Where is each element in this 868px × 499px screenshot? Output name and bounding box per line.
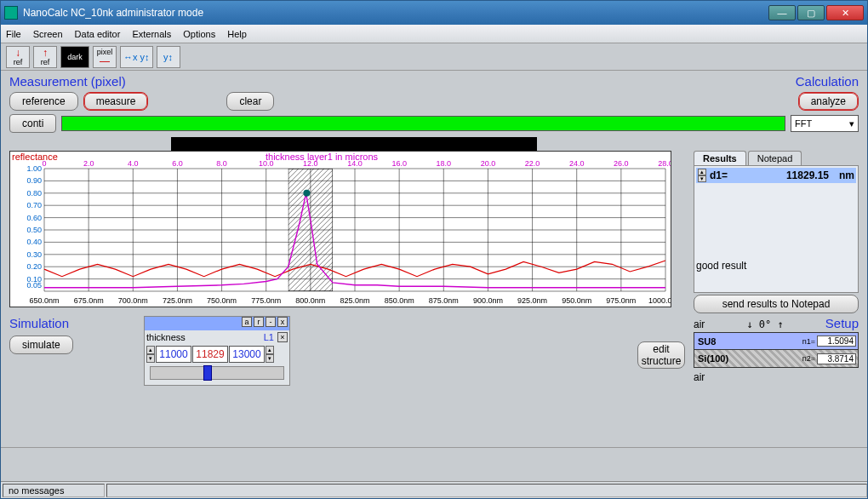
layer-si[interactable]: Si(100) n2= 3.8714 — [694, 350, 858, 367]
svg-text:1.00: 1.00 — [26, 164, 42, 173]
svg-text:8.0: 8.0 — [216, 159, 227, 168]
svg-text:0.80: 0.80 — [26, 189, 42, 198]
svg-text:925.0nm: 925.0nm — [517, 296, 547, 305]
svg-text:825.0nm: 825.0nm — [340, 296, 369, 305]
svg-text:20.0: 20.0 — [481, 159, 496, 168]
thick-min[interactable]: 11000 — [156, 346, 191, 363]
svg-text:16.0: 16.0 — [391, 159, 407, 168]
measurement-title: Measurement (pixel) — [9, 74, 126, 89]
calculation-title: Calculation — [796, 74, 859, 89]
svg-text:850.0nm: 850.0nm — [385, 296, 414, 305]
setup-panel: air ↓ 0° ↑ Setup SU8 n1= 1.5094 Si(100) … — [694, 316, 859, 383]
d1-down[interactable]: ▾ — [698, 175, 706, 182]
chart: reflectance thickness layer1 in microns … — [9, 151, 671, 307]
thick-close[interactable]: × — [277, 332, 288, 342]
layer-su8[interactable]: SU8 n1= 1.5094 — [694, 333, 858, 350]
setup-title: Setup — [825, 316, 859, 330]
svg-text:0.30: 0.30 — [26, 250, 42, 259]
svg-text:650.0nm: 650.0nm — [29, 296, 59, 305]
svg-text:1000.0nm: 1000.0nm — [648, 296, 671, 305]
svg-text:2.0: 2.0 — [83, 159, 94, 168]
d1-up[interactable]: ▴ — [698, 169, 706, 175]
measure-button[interactable]: measure — [83, 92, 149, 111]
n1-value: 1.5094 — [817, 336, 856, 347]
result-d1-row: ▴▾ d1= 11829.15 nm — [696, 168, 856, 183]
menu-file[interactable]: File — [6, 29, 21, 39]
svg-text:875.0nm: 875.0nm — [429, 296, 459, 305]
maximize-button[interactable]: ▢ — [797, 5, 825, 20]
slider-knob[interactable] — [203, 365, 212, 381]
svg-text:800.0nm: 800.0nm — [295, 296, 325, 305]
tab-notepad[interactable]: Notepad — [748, 151, 802, 165]
svg-text:675.0nm: 675.0nm — [74, 296, 104, 305]
svg-text:0.70: 0.70 — [26, 201, 42, 209]
tool-dark[interactable]: dark — [60, 46, 89, 68]
max-down[interactable]: ▾ — [266, 354, 274, 363]
air-bottom: air — [694, 371, 859, 383]
svg-text:26.0: 26.0 — [614, 159, 629, 168]
svg-text:0.10: 0.10 — [26, 275, 42, 284]
tool-ref-up[interactable]: ↑ref — [33, 46, 57, 68]
thick-a[interactable]: a — [242, 317, 252, 327]
window-title: NanoCalc NC_10nk administrator mode — [23, 7, 768, 19]
n2-value: 3.8714 — [817, 353, 856, 364]
min-up[interactable]: ▴ — [146, 346, 155, 354]
simulation-title: Simulation — [9, 316, 73, 330]
thick-max[interactable]: 13000 — [229, 346, 265, 363]
incidence-arrows: ↓ 0° ↑ — [746, 318, 783, 330]
svg-text:6.0: 6.0 — [172, 159, 183, 168]
menu-data-editor[interactable]: Data editor — [75, 29, 121, 39]
menu-screen[interactable]: Screen — [33, 29, 63, 39]
svg-point-61 — [303, 190, 310, 197]
thick-dash[interactable]: - — [266, 317, 276, 327]
svg-text:700.0nm: 700.0nm — [118, 296, 148, 305]
chart-svg: 0.050.100.200.300.400.500.600.700.800.90… — [10, 152, 671, 307]
app-icon — [4, 6, 18, 20]
status-message: no messages — [3, 484, 105, 497]
main-area: Measurement (pixel) Calculation referenc… — [1, 71, 867, 447]
analyze-button[interactable]: analyze — [798, 92, 859, 111]
toolbar: ↓ref ↑ref dark pixel— ↔x y↕ y↕ — [1, 43, 867, 71]
edit-structure-button[interactable]: editstructure — [637, 341, 685, 369]
statusbar: no messages — [1, 481, 867, 498]
tool-axis-y[interactable]: y↕ — [157, 46, 180, 68]
close-button[interactable]: ✕ — [826, 5, 864, 20]
d1-value: 11829.15 — [744, 169, 829, 181]
svg-text:900.0nm: 900.0nm — [473, 296, 503, 305]
send-results-button[interactable]: send results to Notepad — [694, 295, 859, 313]
layer-label: L1 — [264, 332, 274, 342]
svg-text:725.0nm: 725.0nm — [163, 296, 192, 305]
thickness-slider[interactable] — [150, 366, 284, 380]
svg-text:0.40: 0.40 — [26, 238, 42, 246]
svg-text:0.60: 0.60 — [26, 214, 42, 222]
reference-button[interactable]: reference — [9, 92, 78, 111]
minimize-button[interactable]: — — [768, 5, 796, 20]
simulate-button[interactable]: simulate — [9, 336, 73, 354]
svg-text:18.0: 18.0 — [437, 159, 452, 168]
min-down[interactable]: ▾ — [146, 354, 155, 363]
fft-select[interactable]: FFT▾ — [791, 115, 859, 132]
thick-r[interactable]: r — [254, 317, 264, 327]
conti-button[interactable]: conti — [9, 114, 56, 133]
tab-results[interactable]: Results — [694, 151, 746, 165]
tool-pixel[interactable]: pixel— — [93, 46, 117, 68]
results-panel: Results Notepad ▴▾ d1= 11829.15 nm good … — [694, 151, 859, 313]
progress-bar — [61, 116, 785, 131]
tool-ref-down[interactable]: ↓ref — [6, 46, 30, 68]
clear-button[interactable]: clear — [226, 92, 274, 111]
titlebar: NanoCalc NC_10nk administrator mode — ▢ … — [1, 1, 867, 25]
svg-text:775.0nm: 775.0nm — [251, 296, 281, 305]
svg-text:0.20: 0.20 — [26, 262, 42, 271]
menu-externals[interactable]: Externals — [132, 29, 171, 39]
svg-text:28.0: 28.0 — [658, 159, 671, 168]
menu-help[interactable]: Help — [227, 29, 247, 39]
menu-options[interactable]: Options — [183, 29, 215, 39]
black-bar — [171, 137, 537, 151]
max-up[interactable]: ▴ — [266, 346, 274, 354]
svg-text:0.50: 0.50 — [26, 226, 42, 234]
svg-text:950.0nm: 950.0nm — [562, 296, 591, 305]
tool-axis-xy[interactable]: ↔x y↕ — [120, 46, 153, 68]
thick-val[interactable]: 11829 — [192, 346, 228, 363]
thickness-label: thickness — [146, 332, 264, 342]
thick-x[interactable]: x — [277, 317, 288, 327]
